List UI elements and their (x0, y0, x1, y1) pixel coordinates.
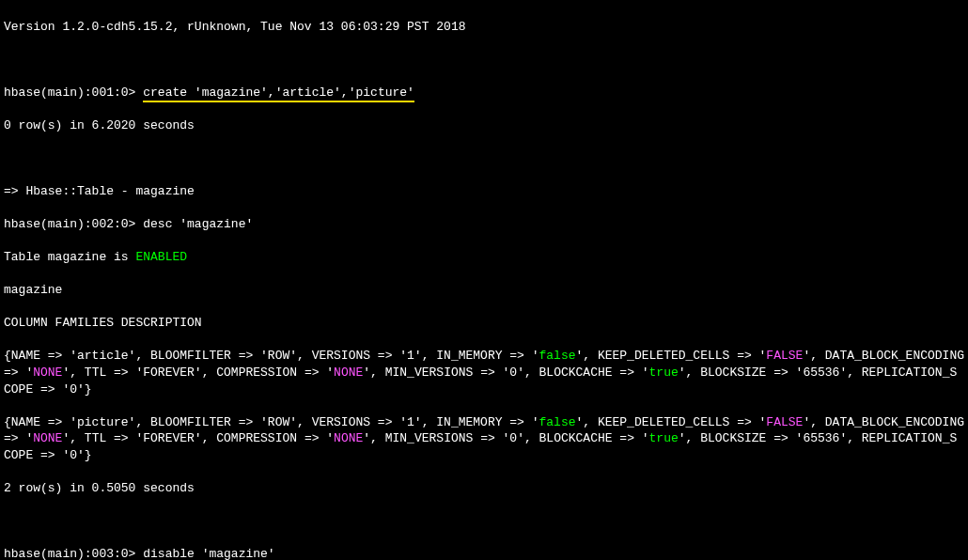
result-1: 0 row(s) in 6.2020 seconds (4, 117, 964, 134)
text: {NAME => 'picture', BLOOMFILTER => 'ROW'… (4, 415, 539, 429)
result-2: => Hbase::Table - magazine (4, 183, 964, 200)
disable-command: disable 'magazine' (143, 546, 274, 560)
text: ', KEEP_DELETED_CELLS => ' (576, 415, 767, 429)
text: {NAME => 'article', BLOOMFILTER => 'ROW'… (4, 349, 539, 363)
true-val: true (649, 431, 679, 445)
text: ', TTL => 'FOREVER', COMPRESSION => ' (62, 431, 334, 445)
false-caps: FALSE (766, 415, 803, 429)
text: ', KEEP_DELETED_CELLS => ' (576, 349, 767, 363)
text: ', TTL => 'FOREVER', COMPRESSION => ' (62, 366, 334, 380)
terminal-output: Version 1.2.0-cdh5.15.2, rUnknown, Tue N… (0, 0, 968, 560)
table-name: magazine (4, 282, 964, 299)
none-val: NONE (33, 366, 62, 380)
result-3: 2 row(s) in 0.5050 seconds (4, 480, 964, 497)
version-line: Version 1.2.0-cdh5.15.2, rUnknown, Tue N… (4, 19, 964, 36)
text: Table magazine is (4, 250, 135, 264)
cfd-header: COLUMN FAMILIES DESCRIPTION (4, 315, 964, 332)
create-command: create 'magazine','article','picture' (143, 85, 414, 103)
prompt: hbase(main):001:0> (4, 86, 143, 100)
blank-line (4, 52, 964, 69)
blank-line (4, 150, 964, 167)
table-status: Table magazine is ENABLED (4, 249, 964, 266)
prompt: hbase(main):003:0> (4, 547, 143, 560)
cmd-3: hbase(main):003:0> disable 'magazine' (4, 546, 964, 560)
true-val: true (649, 366, 679, 380)
article-family: {NAME => 'article', BLOOMFILTER => 'ROW'… (4, 348, 964, 397)
none-val: NONE (334, 431, 363, 445)
false-val: false (539, 415, 576, 429)
text: ', MIN_VERSIONS => '0', BLOCKCACHE => ' (363, 366, 648, 380)
false-val: false (539, 349, 576, 363)
cmd-1: hbase(main):001:0> create 'magazine','ar… (4, 85, 964, 101)
none-val: NONE (33, 431, 62, 445)
cmd-2: hbase(main):002:0> desc 'magazine' (4, 216, 964, 233)
text: ', MIN_VERSIONS => '0', BLOCKCACHE => ' (363, 431, 648, 445)
false-caps: FALSE (766, 349, 803, 363)
none-val: NONE (334, 366, 363, 380)
blank-line (4, 513, 964, 530)
picture-family: {NAME => 'picture', BLOOMFILTER => 'ROW'… (4, 414, 964, 464)
enabled-status: ENABLED (135, 250, 187, 264)
